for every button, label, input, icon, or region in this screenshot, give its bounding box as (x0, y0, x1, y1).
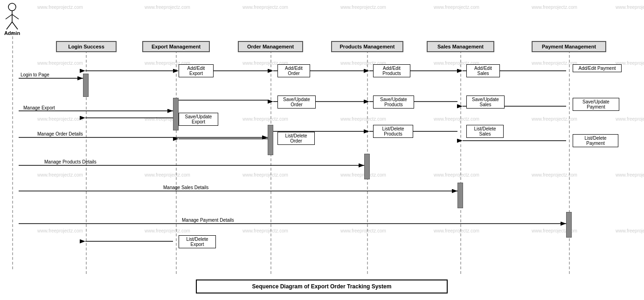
watermark-r3-7: www.freeprojectz.com (616, 116, 644, 122)
activation-order (268, 125, 273, 155)
note-add-order: Add/Edit Order (277, 64, 310, 77)
watermark-r3-3: www.freeprojectz.com (242, 116, 288, 122)
svg-line-4 (7, 22, 12, 29)
note-add-products: Add/Edit Products (373, 64, 410, 77)
note-save-order: Save/Update Order (277, 95, 316, 109)
system-sales: Sales Management (427, 41, 494, 52)
note-list-products: List/Delete Products (373, 125, 413, 138)
msg-manage-payment: Manage Payment Details (182, 218, 234, 223)
watermark-r4-1: www.freeprojectz.com (37, 172, 83, 177)
lifeline-payment (569, 50, 570, 274)
watermark-r2-1: www.freeprojectz.com (37, 61, 83, 66)
system-login: Login Success (56, 41, 117, 52)
watermark-r4-6: www.freeprojectz.com (532, 172, 577, 177)
lifeline-export (176, 50, 177, 274)
watermark-6: www.freeprojectz.com (532, 5, 577, 10)
activation-export-1 (173, 98, 179, 130)
system-order: Order Management (238, 41, 303, 52)
note-add-edit-export: Add/Edit Export (179, 64, 214, 77)
msg-manage-products: Manage Products Details (44, 159, 97, 164)
system-payment: Payment Management (532, 41, 606, 52)
watermark-r2-6: www.freeprojectz.com (532, 61, 577, 66)
note-list-export: List/Delete Export (179, 235, 216, 248)
note-list-sales: List/Delete Sales (466, 125, 504, 138)
system-export: Export Management (142, 41, 210, 52)
note-save-sales: Save/Update Sales (466, 95, 505, 109)
note-add-sales: Add/Edit Sales (466, 64, 500, 77)
watermark-5: www.freeprojectz.com (434, 5, 479, 10)
msg-manage-sales: Manage Sales Details (163, 185, 208, 190)
activation-login (83, 74, 89, 97)
activation-products (364, 154, 370, 179)
watermark-7: www.freeprojectz.com (616, 5, 644, 10)
svg-line-2 (6, 14, 12, 19)
lifeline-order (270, 50, 271, 274)
watermark-r5-2: www.freeprojectz.com (145, 228, 190, 233)
diagram-caption: Sequence Diagram of Export Order Trackin… (196, 280, 448, 293)
svg-point-0 (8, 3, 16, 11)
watermark-r3-1: www.freeprojectz.com (37, 116, 83, 122)
note-list-order: List/Delete Order (277, 132, 315, 145)
watermark-r3-5: www.freeprojectz.com (434, 116, 479, 122)
note-list-payment: List/Delete Payment (573, 134, 618, 147)
lifeline-sales (460, 50, 461, 274)
note-save-payment: Save/Update Payment (573, 98, 619, 111)
watermark-r5-3: www.freeprojectz.com (242, 228, 288, 233)
msg-login-to-page: Login to Page (21, 72, 49, 77)
watermark-r4-2: www.freeprojectz.com (145, 172, 190, 177)
system-products: Products Management (331, 41, 403, 52)
watermark-2: www.freeprojectz.com (145, 5, 190, 10)
lifeline-admin (12, 32, 13, 269)
watermark-r3-4: www.freeprojectz.com (340, 116, 386, 122)
note-save-export: Save/Update Export (179, 113, 218, 126)
actor-label: Admin (4, 30, 21, 36)
svg-line-3 (12, 14, 19, 19)
watermark-r4-5: www.freeprojectz.com (434, 172, 479, 177)
watermark-r4-7: www.freeprojectz.com (616, 172, 644, 177)
activation-sales (457, 183, 463, 208)
note-save-products: Save/Update Products (373, 95, 414, 109)
watermark-r5-4: www.freeprojectz.com (340, 228, 386, 233)
watermark-3: www.freeprojectz.com (242, 5, 288, 10)
watermark-4: www.freeprojectz.com (340, 5, 386, 10)
actor-admin: Admin (4, 2, 21, 36)
watermark-r4-3: www.freeprojectz.com (242, 172, 288, 177)
watermark-r5-7: www.freeprojectz.com (616, 228, 644, 233)
svg-line-5 (12, 22, 18, 29)
activation-payment (566, 212, 572, 238)
watermark-1: www.freeprojectz.com (37, 5, 83, 10)
watermark-r4-4: www.freeprojectz.com (340, 172, 386, 177)
watermark-r5-1: www.freeprojectz.com (37, 228, 83, 233)
msg-manage-order: Manage Order Details (37, 131, 83, 136)
note-add-payment: Add/Edit Payment (573, 64, 622, 72)
watermark-r3-6: www.freeprojectz.com (532, 116, 577, 122)
watermark-r5-5: www.freeprojectz.com (434, 228, 479, 233)
msg-manage-export: Manage Export (23, 105, 55, 110)
